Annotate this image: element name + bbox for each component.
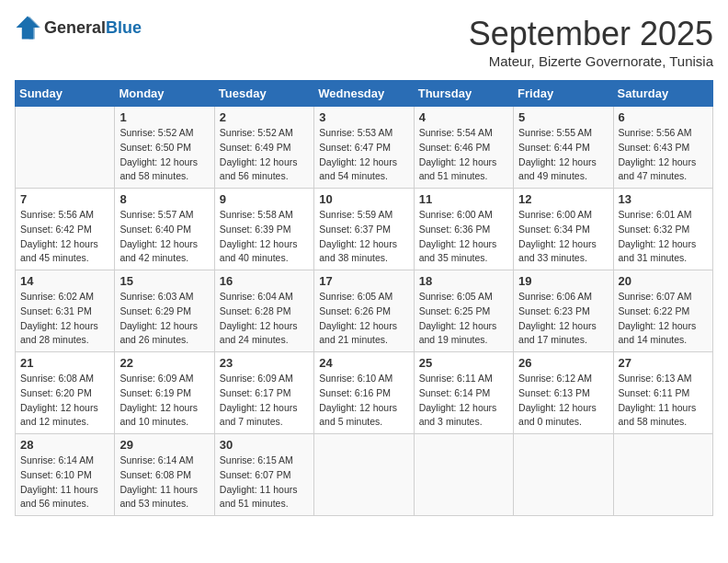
sunrise-text: Sunrise: 6:15 AM bbox=[220, 454, 293, 465]
day-number: 24 bbox=[319, 356, 408, 370]
daylight-text: Daylight: 12 hours and 19 minutes. bbox=[419, 320, 497, 346]
sunset-text: Sunset: 6:25 PM bbox=[419, 305, 491, 316]
sunset-text: Sunset: 6:40 PM bbox=[119, 224, 191, 235]
sunrise-text: Sunrise: 5:59 AM bbox=[319, 209, 392, 220]
day-info: Sunrise: 5:56 AM Sunset: 6:43 PM Dayligh… bbox=[619, 126, 708, 184]
table-row: 3 Sunrise: 5:53 AM Sunset: 6:47 PM Dayli… bbox=[314, 107, 414, 189]
day-info: Sunrise: 6:05 AM Sunset: 6:25 PM Dayligh… bbox=[419, 290, 508, 348]
day-number: 7 bbox=[20, 192, 109, 206]
table-row bbox=[514, 434, 613, 516]
day-number: 12 bbox=[518, 192, 608, 206]
sunrise-text: Sunrise: 6:05 AM bbox=[419, 291, 493, 302]
table-row: 18 Sunrise: 6:05 AM Sunset: 6:25 PM Dayl… bbox=[414, 270, 513, 352]
daylight-text: Daylight: 11 hours and 56 minutes. bbox=[20, 484, 98, 510]
sunset-text: Sunset: 6:14 PM bbox=[419, 387, 491, 398]
col-sunday: Sunday bbox=[16, 81, 115, 107]
sunset-text: Sunset: 6:36 PM bbox=[419, 224, 491, 235]
sunrise-text: Sunrise: 5:52 AM bbox=[220, 127, 293, 138]
sunset-text: Sunset: 6:50 PM bbox=[119, 142, 191, 153]
day-info: Sunrise: 6:07 AM Sunset: 6:22 PM Dayligh… bbox=[619, 290, 708, 348]
sunset-text: Sunset: 6:26 PM bbox=[319, 305, 391, 316]
daylight-text: Daylight: 12 hours and 51 minutes. bbox=[419, 156, 497, 182]
location-subtitle: Mateur, Bizerte Governorate, Tunisia bbox=[469, 53, 713, 69]
logo-blue: Blue bbox=[106, 18, 142, 37]
table-row: 13 Sunrise: 6:01 AM Sunset: 6:32 PM Dayl… bbox=[613, 189, 712, 270]
day-number: 22 bbox=[119, 356, 209, 370]
svg-marker-1 bbox=[29, 17, 40, 40]
table-row: 17 Sunrise: 6:05 AM Sunset: 6:26 PM Dayl… bbox=[314, 270, 414, 352]
daylight-text: Daylight: 12 hours and 21 minutes. bbox=[319, 320, 397, 346]
calendar-week-row: 7 Sunrise: 5:56 AM Sunset: 6:42 PM Dayli… bbox=[16, 189, 713, 270]
calendar-week-row: 21 Sunrise: 6:08 AM Sunset: 6:20 PM Dayl… bbox=[16, 352, 713, 434]
day-info: Sunrise: 5:54 AM Sunset: 6:46 PM Dayligh… bbox=[419, 126, 508, 184]
day-info: Sunrise: 5:55 AM Sunset: 6:44 PM Dayligh… bbox=[518, 126, 608, 184]
table-row: 19 Sunrise: 6:06 AM Sunset: 6:23 PM Dayl… bbox=[514, 270, 613, 352]
sunset-text: Sunset: 6:43 PM bbox=[619, 142, 690, 153]
day-info: Sunrise: 6:14 AM Sunset: 6:08 PM Dayligh… bbox=[119, 454, 209, 511]
day-info: Sunrise: 6:15 AM Sunset: 6:07 PM Dayligh… bbox=[220, 454, 309, 511]
table-row: 6 Sunrise: 5:56 AM Sunset: 6:43 PM Dayli… bbox=[613, 107, 712, 189]
sunrise-text: Sunrise: 6:03 AM bbox=[119, 291, 193, 302]
daylight-text: Daylight: 12 hours and 17 minutes. bbox=[518, 320, 597, 346]
sunrise-text: Sunrise: 6:14 AM bbox=[20, 454, 94, 465]
sunset-text: Sunset: 6:13 PM bbox=[518, 387, 590, 398]
day-number: 16 bbox=[220, 274, 309, 288]
sunrise-text: Sunrise: 6:06 AM bbox=[518, 291, 592, 302]
day-number: 11 bbox=[419, 192, 508, 206]
sunset-text: Sunset: 6:29 PM bbox=[119, 305, 191, 316]
daylight-text: Daylight: 12 hours and 0 minutes. bbox=[518, 402, 597, 428]
day-info: Sunrise: 6:00 AM Sunset: 6:36 PM Dayligh… bbox=[419, 208, 508, 266]
day-number: 29 bbox=[119, 438, 209, 452]
sunset-text: Sunset: 6:16 PM bbox=[319, 387, 391, 398]
sunset-text: Sunset: 6:08 PM bbox=[119, 469, 191, 480]
daylight-text: Daylight: 12 hours and 3 minutes. bbox=[419, 402, 497, 428]
table-row: 26 Sunrise: 6:12 AM Sunset: 6:13 PM Dayl… bbox=[514, 352, 613, 434]
col-tuesday: Tuesday bbox=[214, 81, 313, 107]
day-info: Sunrise: 6:01 AM Sunset: 6:32 PM Dayligh… bbox=[619, 208, 708, 266]
daylight-text: Daylight: 12 hours and 35 minutes. bbox=[419, 238, 497, 264]
daylight-text: Daylight: 12 hours and 5 minutes. bbox=[319, 402, 397, 428]
table-row: 4 Sunrise: 5:54 AM Sunset: 6:46 PM Dayli… bbox=[414, 107, 513, 189]
day-info: Sunrise: 6:14 AM Sunset: 6:10 PM Dayligh… bbox=[20, 454, 109, 511]
calendar-week-row: 28 Sunrise: 6:14 AM Sunset: 6:10 PM Dayl… bbox=[16, 434, 713, 516]
daylight-text: Daylight: 11 hours and 53 minutes. bbox=[119, 484, 198, 510]
sunset-text: Sunset: 6:20 PM bbox=[20, 387, 92, 398]
day-number: 28 bbox=[20, 438, 109, 452]
sunrise-text: Sunrise: 5:58 AM bbox=[220, 209, 293, 220]
sunset-text: Sunset: 6:42 PM bbox=[20, 224, 92, 235]
title-block: September 2025 Mateur, Bizerte Governora… bbox=[469, 15, 713, 69]
sunset-text: Sunset: 6:19 PM bbox=[119, 387, 191, 398]
daylight-text: Daylight: 12 hours and 10 minutes. bbox=[119, 402, 198, 428]
table-row: 14 Sunrise: 6:02 AM Sunset: 6:31 PM Dayl… bbox=[16, 270, 115, 352]
table-row: 10 Sunrise: 5:59 AM Sunset: 6:37 PM Dayl… bbox=[314, 189, 414, 270]
sunset-text: Sunset: 6:07 PM bbox=[220, 469, 291, 480]
day-info: Sunrise: 5:59 AM Sunset: 6:37 PM Dayligh… bbox=[319, 208, 408, 266]
day-info: Sunrise: 5:58 AM Sunset: 6:39 PM Dayligh… bbox=[220, 208, 309, 266]
sunset-text: Sunset: 6:17 PM bbox=[220, 387, 291, 398]
table-row: 29 Sunrise: 6:14 AM Sunset: 6:08 PM Dayl… bbox=[115, 434, 214, 516]
daylight-text: Daylight: 12 hours and 56 minutes. bbox=[220, 156, 298, 182]
sunrise-text: Sunrise: 6:08 AM bbox=[20, 373, 94, 384]
daylight-text: Daylight: 12 hours and 49 minutes. bbox=[518, 156, 597, 182]
sunset-text: Sunset: 6:10 PM bbox=[20, 469, 92, 480]
sunrise-text: Sunrise: 6:04 AM bbox=[220, 291, 293, 302]
daylight-text: Daylight: 12 hours and 40 minutes. bbox=[220, 238, 298, 264]
day-info: Sunrise: 6:00 AM Sunset: 6:34 PM Dayligh… bbox=[518, 208, 608, 266]
day-number: 30 bbox=[220, 438, 309, 452]
sunset-text: Sunset: 6:39 PM bbox=[220, 224, 291, 235]
day-number: 15 bbox=[119, 274, 209, 288]
table-row: 24 Sunrise: 6:10 AM Sunset: 6:16 PM Dayl… bbox=[314, 352, 414, 434]
table-row: 28 Sunrise: 6:14 AM Sunset: 6:10 PM Dayl… bbox=[16, 434, 115, 516]
day-number: 2 bbox=[220, 110, 309, 124]
sunset-text: Sunset: 6:37 PM bbox=[319, 224, 391, 235]
sunrise-text: Sunrise: 6:14 AM bbox=[119, 454, 193, 465]
daylight-text: Daylight: 12 hours and 7 minutes. bbox=[220, 402, 298, 428]
sunrise-text: Sunrise: 6:12 AM bbox=[518, 373, 592, 384]
sunset-text: Sunset: 6:32 PM bbox=[619, 224, 690, 235]
sunrise-text: Sunrise: 5:54 AM bbox=[419, 127, 493, 138]
sunrise-text: Sunrise: 6:00 AM bbox=[518, 209, 592, 220]
daylight-text: Daylight: 11 hours and 51 minutes. bbox=[220, 484, 298, 510]
daylight-text: Daylight: 12 hours and 31 minutes. bbox=[619, 238, 697, 264]
sunrise-text: Sunrise: 5:53 AM bbox=[319, 127, 392, 138]
table-row: 30 Sunrise: 6:15 AM Sunset: 6:07 PM Dayl… bbox=[214, 434, 313, 516]
